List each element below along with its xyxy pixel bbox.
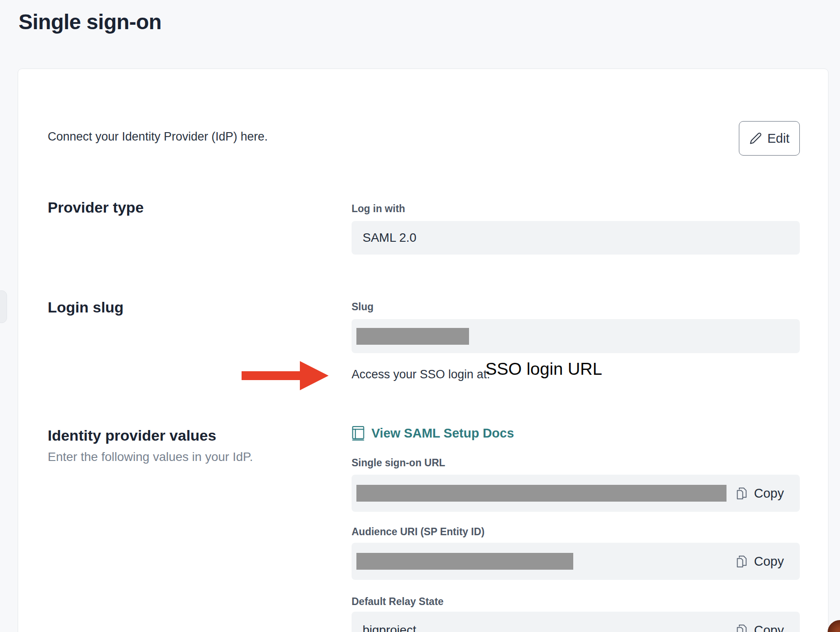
copy-audience-uri-button[interactable]: Copy bbox=[736, 554, 784, 569]
sso-url-label: Single sign-on URL bbox=[352, 457, 445, 469]
copy-button-label: Copy bbox=[754, 486, 784, 501]
edit-button[interactable]: Edit bbox=[739, 121, 800, 156]
provider-type-field: SAML 2.0 bbox=[352, 221, 800, 255]
copy-button-label: Copy bbox=[754, 623, 784, 632]
pencil-icon bbox=[749, 132, 762, 145]
slug-label: Slug bbox=[352, 301, 374, 313]
provider-type-heading: Provider type bbox=[48, 199, 144, 216]
corner-red-artifact bbox=[828, 620, 840, 632]
copy-icon bbox=[736, 624, 748, 632]
sso-url-field: Copy bbox=[352, 475, 800, 512]
login-slug-heading: Login slug bbox=[48, 299, 124, 316]
saml-setup-docs-link-label: View SAML Setup Docs bbox=[371, 426, 514, 441]
copy-relay-state-button[interactable]: Copy bbox=[736, 623, 784, 632]
intro-text: Connect your Identity Provider (IdP) her… bbox=[48, 130, 268, 144]
idp-values-subheading: Enter the following values in your IdP. bbox=[48, 450, 253, 464]
sso-settings-card: Connect your Identity Provider (IdP) her… bbox=[18, 69, 829, 632]
left-edge-drawer-handle bbox=[0, 290, 7, 323]
audience-uri-field: Copy bbox=[352, 543, 800, 580]
audience-uri-label: Audience URI (SP Entity ID) bbox=[352, 526, 484, 538]
page-title: Single sign-on bbox=[19, 10, 162, 34]
login-with-label: Log in with bbox=[352, 203, 405, 215]
access-login-text: Access your SSO login at: bbox=[352, 368, 490, 381]
relay-state-label: Default Relay State bbox=[352, 596, 443, 608]
copy-button-label: Copy bbox=[754, 554, 784, 569]
edit-button-label: Edit bbox=[768, 131, 790, 146]
red-arrow-annotation-icon bbox=[242, 361, 329, 391]
copy-sso-url-button[interactable]: Copy bbox=[736, 486, 784, 501]
copy-icon bbox=[736, 555, 748, 568]
sso-settings-screen: Single sign-on Connect your Identity Pro… bbox=[0, 0, 840, 632]
redacted-audience-uri-bar bbox=[356, 553, 573, 570]
relay-state-field: bigproject Copy bbox=[352, 612, 800, 632]
copy-icon bbox=[736, 487, 748, 500]
idp-values-heading: Identity provider values bbox=[48, 427, 216, 444]
provider-type-value: SAML 2.0 bbox=[363, 231, 416, 245]
redacted-sso-url-bar bbox=[356, 485, 726, 502]
sso-login-url-annotation: SSO login URL bbox=[485, 359, 602, 379]
redacted-slug-bar bbox=[356, 328, 469, 345]
saml-setup-docs-link[interactable]: View SAML Setup Docs bbox=[352, 425, 514, 441]
slug-field bbox=[352, 319, 800, 353]
relay-state-value: bigproject bbox=[363, 623, 416, 632]
book-icon bbox=[352, 425, 365, 441]
